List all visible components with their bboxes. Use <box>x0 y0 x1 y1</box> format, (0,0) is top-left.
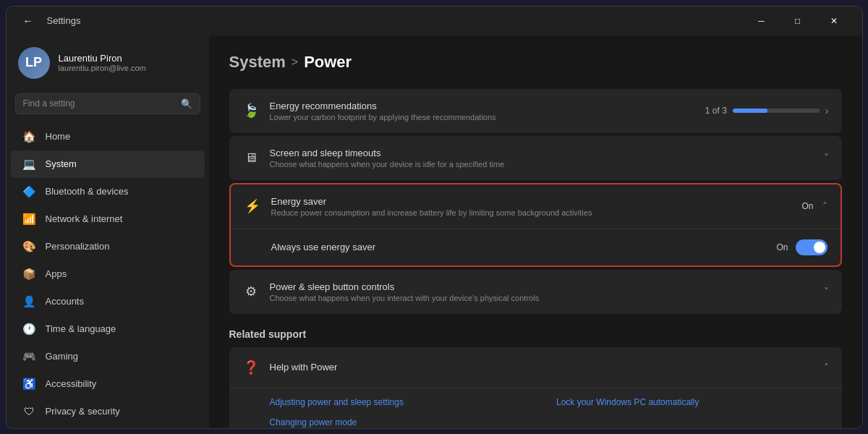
minimize-button[interactable]: ─ <box>745 9 778 33</box>
help-link-2[interactable]: Changing power mode <box>270 414 542 428</box>
energy-recommendations-card: 🍃 Energy recommendations Lower your carb… <box>229 89 842 133</box>
apps-icon: 📦 <box>22 267 37 281</box>
power-sleep-chevron: ˅ <box>824 286 829 297</box>
sidebar-item-update[interactable]: 🔄 Windows Update <box>11 425 205 428</box>
sidebar-item-bluetooth-label: Bluetooth & devices <box>46 186 129 197</box>
power-sleep-right: ˅ <box>824 286 829 297</box>
gaming-icon: 🎮 <box>22 349 37 364</box>
energy-saver-toggle[interactable] <box>796 239 827 255</box>
search-input[interactable] <box>23 98 175 109</box>
energy-rec-text: Energy recommendations Lower your carbon… <box>270 101 695 122</box>
sidebar-item-network-label: Network & internet <box>46 213 123 224</box>
sidebar-item-accounts-label: Accounts <box>46 296 84 307</box>
energy-rec-chevron: › <box>825 105 829 116</box>
sidebar: LP Laurentiu Piron laurentiu.piron@live.… <box>7 35 209 428</box>
avatar: LP <box>18 47 50 79</box>
sidebar-item-personalization[interactable]: 🎨 Personalization <box>11 233 205 260</box>
screen-sleep-card: 🖥 Screen and sleep timeouts Choose what … <box>229 136 842 180</box>
energy-progress-fill <box>733 109 767 113</box>
help-text: Help with Power <box>270 362 814 373</box>
sidebar-item-network[interactable]: 📶 Network & internet <box>11 205 205 233</box>
screen-sleep-chevron: ˅ <box>824 152 829 163</box>
help-with-power-row[interactable]: ❓ Help with Power ˄ <box>229 347 842 388</box>
power-sleep-subtitle: Choose what happens when you interact wi… <box>270 294 814 302</box>
main-content: System > Power 🍃 Energy recommendations … <box>209 35 862 428</box>
settings-window: ← Settings ─ □ ✕ LP Laurentiu Piron laur… <box>6 6 863 429</box>
energy-rec-icon: 🍃 <box>242 102 260 119</box>
help-link-0[interactable]: Adjusting power and sleep settings <box>270 394 542 410</box>
toggle-on-label: On <box>776 242 788 252</box>
bluetooth-icon: 🔷 <box>22 184 37 199</box>
power-sleep-card: ⚙ Power & sleep button controls Choose w… <box>229 270 842 314</box>
energy-saver-chevron-up: ˄ <box>822 200 827 212</box>
user-profile: LP Laurentiu Piron laurentiu.piron@live.… <box>7 41 209 90</box>
sidebar-item-accounts[interactable]: 👤 Accounts <box>11 288 205 315</box>
energy-saver-icon: ⚡ <box>244 197 261 215</box>
titlebar-controls: ─ □ ✕ <box>745 9 851 33</box>
sidebar-item-system[interactable]: 💻 System <box>11 150 205 178</box>
screen-sleep-title: Screen and sleep timeouts <box>270 148 814 158</box>
sidebar-item-privacy[interactable]: 🛡 Privacy & security <box>11 398 205 425</box>
user-email: laurentiu.piron@live.com <box>59 64 146 72</box>
help-chevron-up: ˄ <box>824 362 829 373</box>
system-icon: 💻 <box>22 157 37 171</box>
time-icon: 🕐 <box>22 322 37 336</box>
screen-sleep-row[interactable]: 🖥 Screen and sleep timeouts Choose what … <box>229 136 842 180</box>
energy-saver-inner-row: Always use energy saver On <box>231 229 841 265</box>
sidebar-item-accessibility[interactable]: ♿ Accessibility <box>11 370 205 398</box>
back-button[interactable]: ← <box>18 11 38 31</box>
sidebar-item-apps[interactable]: 📦 Apps <box>11 260 205 288</box>
energy-rec-title: Energy recommendations <box>270 101 695 111</box>
home-icon: 🏠 <box>22 129 37 144</box>
power-sleep-text: Power & sleep button controls Choose wha… <box>270 281 814 302</box>
energy-progress-bar <box>733 109 820 113</box>
power-sleep-title: Power & sleep button controls <box>270 281 814 292</box>
help-link-1[interactable]: Lock your Windows PC automatically <box>556 394 829 410</box>
network-icon: 📶 <box>22 212 37 226</box>
energy-rec-count: 1 of 3 <box>705 106 727 116</box>
sidebar-item-time-label: Time & language <box>46 323 116 334</box>
close-button[interactable]: ✕ <box>817 9 851 33</box>
always-use-label: Always use energy saver <box>271 242 767 252</box>
sidebar-item-gaming-label: Gaming <box>46 351 79 362</box>
screen-sleep-text: Screen and sleep timeouts Choose what ha… <box>270 148 814 169</box>
titlebar-title: Settings <box>47 15 81 26</box>
privacy-icon: 🛡 <box>22 404 37 419</box>
help-title: Help with Power <box>270 362 814 373</box>
energy-saver-card: ⚡ Energy saver Reduce power consumption … <box>229 183 842 267</box>
energy-rec-subtitle: Lower your carbon footprint by applying … <box>270 113 695 122</box>
titlebar-left: ← Settings <box>18 11 81 31</box>
energy-saver-row[interactable]: ⚡ Energy saver Reduce power consumption … <box>231 184 841 229</box>
screen-sleep-icon: 🖥 <box>242 149 260 166</box>
accessibility-icon: ♿ <box>22 377 37 391</box>
help-right: ˄ <box>824 362 829 373</box>
search-icon: 🔍 <box>181 98 192 109</box>
energy-saver-right: On ˄ <box>801 200 827 212</box>
toggle-container: On <box>776 239 827 255</box>
breadcrumb: System > Power <box>229 53 842 72</box>
personalization-icon: 🎨 <box>22 239 37 254</box>
sidebar-item-privacy-label: Privacy & security <box>46 406 120 417</box>
sidebar-item-home[interactable]: 🏠 Home <box>11 123 205 150</box>
screen-sleep-right: ˅ <box>824 152 829 163</box>
related-support-title: Related support <box>229 328 842 340</box>
sidebar-item-time[interactable]: 🕐 Time & language <box>11 315 205 343</box>
sidebar-item-gaming[interactable]: 🎮 Gaming <box>11 343 205 370</box>
help-with-power-card: ❓ Help with Power ˄ Adjusting power and … <box>229 347 842 428</box>
sidebar-item-system-label: System <box>46 158 77 169</box>
sidebar-item-personalization-label: Personalization <box>46 241 110 252</box>
energy-saver-subtitle: Reduce power consumption and increase ba… <box>271 208 792 217</box>
search-box[interactable]: 🔍 <box>15 93 200 114</box>
content-area: LP Laurentiu Piron laurentiu.piron@live.… <box>7 35 862 428</box>
maximize-button[interactable]: □ <box>781 9 814 33</box>
screen-sleep-subtitle: Choose what happens when your device is … <box>270 160 814 169</box>
breadcrumb-parent: System <box>229 53 286 72</box>
sidebar-item-apps-label: Apps <box>46 268 67 279</box>
energy-saver-title: Energy saver <box>271 196 792 207</box>
sidebar-item-home-label: Home <box>46 131 71 142</box>
sidebar-item-bluetooth[interactable]: 🔷 Bluetooth & devices <box>11 178 205 205</box>
power-sleep-row[interactable]: ⚙ Power & sleep button controls Choose w… <box>229 270 842 314</box>
energy-saver-status: On <box>801 201 813 211</box>
energy-recommendations-row[interactable]: 🍃 Energy recommendations Lower your carb… <box>229 89 842 133</box>
breadcrumb-separator: > <box>292 56 298 69</box>
